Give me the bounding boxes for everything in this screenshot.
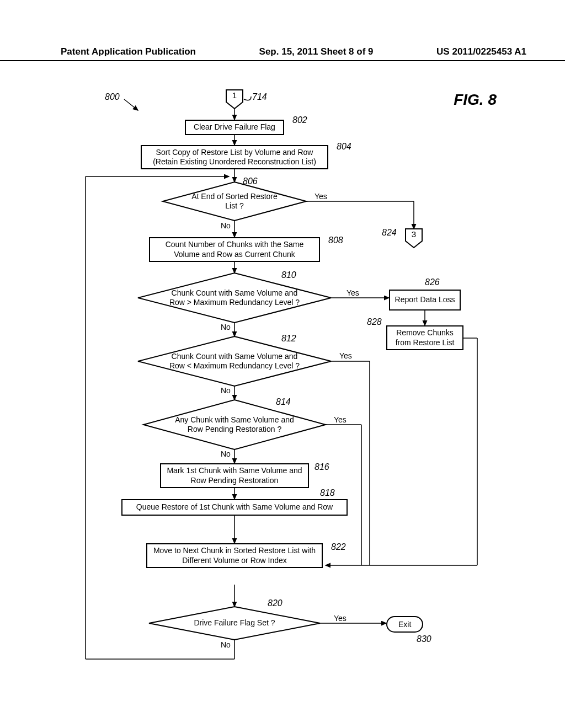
terminal-exit: Exit <box>386 616 423 633</box>
label-yes-812: Yes <box>339 351 352 360</box>
label-no-806: No <box>221 221 231 230</box>
ref-812: 812 <box>281 334 296 344</box>
connector-3: 3 <box>406 228 422 240</box>
ref-810: 810 <box>281 270 296 280</box>
page-header: Patent Application Publication Sep. 15, … <box>0 46 565 61</box>
dec-810: Chunk Count with Same Volume and Row > M… <box>168 280 301 316</box>
ref-806: 806 <box>243 176 258 186</box>
label-yes-810: Yes <box>347 288 359 297</box>
box-826: Report Data Loss <box>389 290 461 311</box>
box-818: Queue Restore of 1st Chunk with Same Vol… <box>121 499 348 516</box>
label-no-810: No <box>221 323 231 331</box>
box-816: Mark 1st Chunk with Same Volume and Row … <box>160 463 309 488</box>
ref-822: 822 <box>331 542 346 552</box>
ref-830: 830 <box>417 634 431 644</box>
ref-816: 816 <box>315 462 329 472</box>
connector-1: 1 <box>226 89 243 101</box>
box-802: Clear Drive Failure Flag <box>185 120 284 135</box>
ref-828: 828 <box>367 317 382 327</box>
header-right: US 2011/0225453 A1 <box>436 46 526 57</box>
ref-808: 808 <box>328 235 343 245</box>
ref-802: 802 <box>292 115 307 125</box>
ref-824: 824 <box>382 228 397 238</box>
label-yes-820: Yes <box>334 614 347 623</box>
box-822: Move to Next Chunk in Sorted Restore Lis… <box>146 543 323 568</box>
ref-826: 826 <box>425 277 440 287</box>
figure-8: FIG. 8 800 <box>61 80 502 703</box>
ref-820: 820 <box>268 598 282 608</box>
ref-814: 814 <box>276 397 291 407</box>
flow-lines <box>61 80 502 703</box>
header-center: Sep. 15, 2011 Sheet 8 of 9 <box>259 46 374 57</box>
ref-818: 818 <box>320 488 335 498</box>
dec-806: At End of Sorted Restore List ? <box>190 188 279 215</box>
dec-820: Drive Failure Flag Set ? <box>185 612 284 634</box>
label-yes-806: Yes <box>315 192 327 201</box>
ref-714: 714 <box>252 92 267 102</box>
dec-812: Chunk Count with Same Volume and Row < M… <box>168 343 301 379</box>
label-no-814: No <box>221 449 231 458</box>
box-808: Count Number of Chunks with the Same Vol… <box>149 237 320 262</box>
box-804: Sort Copy of Restore List by Volume and … <box>141 145 328 169</box>
label-no-820: No <box>221 640 231 649</box>
label-yes-814: Yes <box>334 415 347 424</box>
box-828: Remove Chunks from Restore List <box>386 325 463 350</box>
header-left: Patent Application Publication <box>61 46 196 57</box>
dec-814: Any Chunk with Same Volume and Row Pendi… <box>171 406 298 443</box>
ref-804: 804 <box>337 142 351 152</box>
svg-line-0 <box>124 99 138 110</box>
label-no-812: No <box>221 386 231 395</box>
